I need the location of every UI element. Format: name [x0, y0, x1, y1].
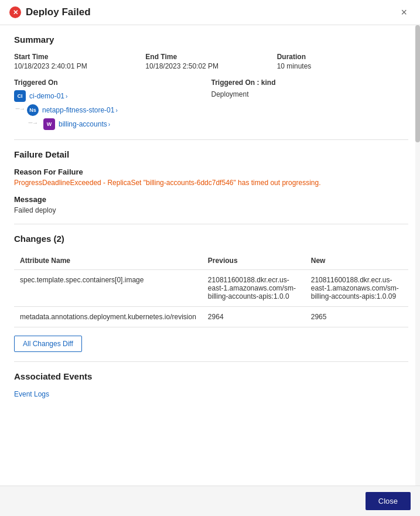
- table-cell-previous: 2964: [202, 307, 305, 327]
- failure-section: Failure Detail Reason For Failure Progre…: [14, 149, 408, 214]
- message-group: Message Failed deploy: [14, 195, 408, 214]
- ns-badge: Ns: [27, 104, 39, 116]
- triggered-grid: Triggered On CI ci-demo-01 › ····→: [14, 78, 408, 130]
- duration-item: Duration 10 minutes: [277, 53, 408, 70]
- ci-link[interactable]: ci-demo-01 ›: [29, 92, 67, 100]
- col-new-header: New: [305, 252, 408, 270]
- w-badge: W: [43, 118, 55, 130]
- ci-badge: CI: [14, 90, 26, 102]
- end-time-item: End Time 10/18/2023 2:50:02 PM: [145, 53, 276, 70]
- triggered-on-kind-value: Deployment: [211, 90, 409, 98]
- triggered-on-kind-item: Triggered On : kind Deployment: [211, 78, 409, 130]
- w-link[interactable]: billing-accounts ›: [59, 120, 110, 128]
- changes-table: Attribute Name Previous New spec.templat…: [14, 252, 408, 327]
- end-time-value: 10/18/2023 2:50:02 PM: [145, 62, 276, 70]
- modal-footer: Close: [0, 486, 420, 516]
- close-footer-button[interactable]: Close: [366, 492, 411, 510]
- table-cell-new_val: 210811600188.dkr.ecr.us-east-1.amazonaws…: [305, 270, 408, 307]
- table-cell-attribute: metadata.annotations.deployment.kubernet…: [14, 307, 202, 327]
- breadcrumb-chain: CI ci-demo-01 › ····→ Ns netapp-fitness-: [14, 90, 211, 130]
- divider-1: [14, 139, 408, 140]
- ns-breadcrumb[interactable]: ····→ Ns netapp-fitness-store-01 ›: [27, 104, 211, 116]
- w-name: billing-accounts: [59, 120, 107, 128]
- close-button[interactable]: ×: [397, 6, 411, 19]
- triggered-on-label: Triggered On: [14, 78, 211, 87]
- ns-connector: ····→: [15, 105, 25, 112]
- ci-breadcrumb[interactable]: CI ci-demo-01 ›: [14, 90, 211, 102]
- message-label: Message: [14, 195, 408, 204]
- ci-name: ci-demo-01: [29, 92, 64, 100]
- triggered-on-kind-label: Triggered On : kind: [211, 78, 409, 87]
- events-title: Associated Events: [14, 371, 408, 381]
- ns-name: netapp-fitness-store-01: [42, 106, 114, 114]
- modal-title-group: Deploy Failed: [9, 6, 91, 18]
- events-section: Associated Events Event Logs: [14, 371, 408, 398]
- event-logs-link[interactable]: Event Logs: [14, 390, 49, 398]
- divider-2: [14, 224, 408, 224]
- table-cell-previous: 210811600188.dkr.ecr.us-east-1.amazonaws…: [202, 270, 305, 307]
- summary-title: Summary: [14, 35, 408, 45]
- ns-link[interactable]: netapp-fitness-store-01 ›: [42, 106, 118, 114]
- table-row: metadata.annotations.deployment.kubernet…: [14, 307, 408, 327]
- divider-3: [14, 361, 408, 362]
- changes-section: Changes (2) Attribute Name Previous New …: [14, 234, 408, 352]
- duration-label: Duration: [277, 53, 408, 61]
- changes-header-row: Attribute Name Previous New: [14, 252, 408, 270]
- w-chevron: ›: [108, 121, 110, 128]
- changes-title: Changes (2): [14, 234, 408, 244]
- reason-value: ProgressDeadlineExceeded - ReplicaSet "b…: [14, 179, 408, 187]
- failure-title: Failure Detail: [14, 149, 408, 159]
- all-changes-button[interactable]: All Changes Diff: [14, 336, 82, 352]
- failure-reason-group: Reason For Failure ProgressDeadlineExcee…: [14, 168, 408, 187]
- summary-grid: Start Time 10/18/2023 2:40:01 PM End Tim…: [14, 53, 408, 70]
- start-time-value: 10/18/2023 2:40:01 PM: [14, 62, 145, 70]
- summary-section: Summary Start Time 10/18/2023 2:40:01 PM…: [14, 35, 408, 130]
- col-attribute-header: Attribute Name: [14, 252, 202, 270]
- scrollbar-track[interactable]: [415, 25, 420, 486]
- table-cell-attribute: spec.template.spec.containers[0].image: [14, 270, 202, 307]
- modal-body: Summary Start Time 10/18/2023 2:40:01 PM…: [0, 25, 420, 486]
- start-time-item: Start Time 10/18/2023 2:40:01 PM: [14, 53, 145, 70]
- w-breadcrumb[interactable]: ····→ W billing-accounts ›: [43, 118, 211, 130]
- reason-label: Reason For Failure: [14, 168, 408, 176]
- w-connector: ····→: [28, 119, 37, 126]
- message-value: Failed deploy: [14, 206, 408, 214]
- table-row: spec.template.spec.containers[0].image21…: [14, 270, 408, 307]
- triggered-on-item: Triggered On CI ci-demo-01 › ····→: [14, 78, 211, 130]
- end-time-label: End Time: [145, 53, 276, 61]
- error-icon: [9, 6, 21, 18]
- start-time-label: Start Time: [14, 53, 145, 61]
- duration-value: 10 minutes: [277, 62, 408, 70]
- ns-chevron: ›: [115, 107, 117, 114]
- modal-container: Deploy Failed × Summary Start Time 10/18…: [0, 0, 420, 516]
- ci-chevron: ›: [66, 93, 67, 100]
- col-previous-header: Previous: [202, 252, 305, 270]
- scrollbar-thumb[interactable]: [415, 25, 420, 142]
- modal-title: Deploy Failed: [26, 6, 91, 18]
- modal-header: Deploy Failed ×: [0, 0, 420, 25]
- table-cell-new_val: 2965: [305, 307, 408, 327]
